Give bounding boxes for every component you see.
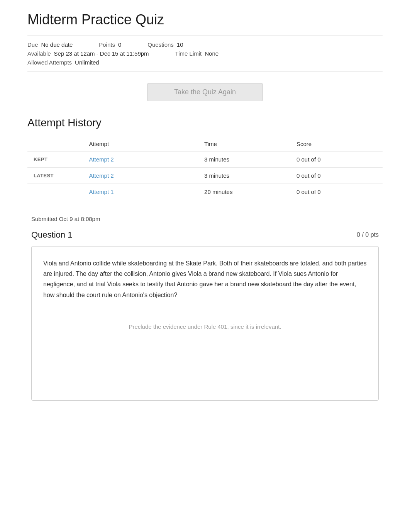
take-quiz-button[interactable]: Take the Quiz Again	[147, 83, 263, 101]
submitted-label: Submitted Oct 9 at 8:08pm	[27, 216, 383, 222]
quiz-title: Midterm Practice Quiz	[27, 12, 383, 28]
row-time: 3 minutes	[198, 168, 290, 184]
questions-value: 10	[177, 41, 183, 48]
available-label: Available	[27, 50, 51, 57]
attempt-history-table: Attempt Time Score KEPTAttempt 23 minute…	[27, 137, 383, 200]
question-body: Viola and Antonio collide while skateboa…	[31, 246, 379, 401]
time-limit-label: Time Limit	[175, 50, 202, 57]
row-time: 20 minutes	[198, 184, 290, 200]
available-value: Sep 23 at 12am - Dec 15 at 11:59pm	[54, 50, 149, 57]
attempt-history-title: Attempt History	[27, 117, 383, 129]
row-score: 0 out of 0	[290, 184, 383, 200]
row-attempt[interactable]: Attempt 1	[83, 184, 198, 200]
row-label	[27, 184, 83, 200]
allowed-attempts-label: Allowed Attempts	[27, 59, 72, 66]
row-score: 0 out of 0	[290, 168, 383, 184]
row-label: KEPT	[27, 151, 83, 168]
row-score: 0 out of 0	[290, 151, 383, 168]
points-value: 0	[118, 41, 121, 48]
points-label: Points	[99, 41, 115, 48]
due-label: Due	[27, 41, 38, 48]
col-header-attempt: Attempt	[83, 137, 198, 151]
row-attempt[interactable]: Attempt 2	[83, 168, 198, 184]
col-header-score: Score	[290, 137, 383, 151]
col-header-label	[27, 137, 83, 151]
row-time: 3 minutes	[198, 151, 290, 168]
row-attempt[interactable]: Attempt 2	[83, 151, 198, 168]
quiz-meta: Due No due date Points 0 Questions 10 Av…	[27, 36, 383, 71]
questions-label: Questions	[147, 41, 174, 48]
table-row: LATESTAttempt 23 minutes0 out of 0	[27, 168, 383, 184]
question-header: Question 1 0 / 0 pts	[27, 230, 383, 240]
table-row: KEPTAttempt 23 minutes0 out of 0	[27, 151, 383, 168]
time-limit-value: None	[205, 50, 219, 57]
selected-answer: Preclude the evidence under Rule 401, si…	[43, 316, 367, 338]
due-value: No due date	[41, 41, 73, 48]
allowed-attempts-value: Unlimited	[75, 59, 99, 66]
question-text: Viola and Antonio collide while skateboa…	[43, 258, 367, 300]
question-points: 0 / 0 pts	[357, 231, 379, 238]
table-row: Attempt 120 minutes0 out of 0	[27, 184, 383, 200]
row-label: LATEST	[27, 168, 83, 184]
col-header-time: Time	[198, 137, 290, 151]
question-title: Question 1	[31, 230, 72, 240]
